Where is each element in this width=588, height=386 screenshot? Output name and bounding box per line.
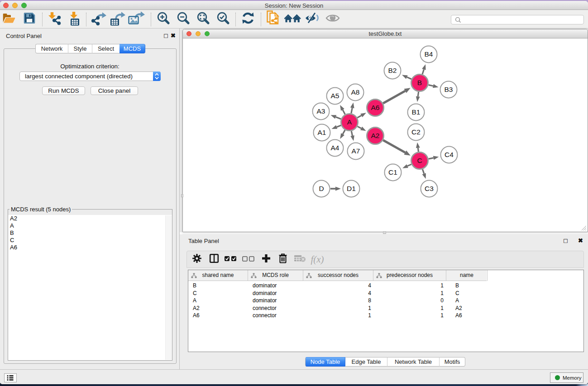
svg-text:A2: A2 [371, 132, 380, 139]
svg-text:D: D [319, 185, 324, 192]
svg-text:A4: A4 [331, 144, 339, 152]
svg-text:A1: A1 [318, 129, 326, 136]
svg-text:A5: A5 [331, 92, 339, 100]
svg-text:A8: A8 [351, 88, 360, 96]
svg-text:C2: C2 [411, 128, 421, 136]
svg-text:B2: B2 [388, 67, 397, 74]
svg-text:B: B [417, 79, 422, 86]
svg-text:C1: C1 [388, 168, 397, 176]
svg-text:B3: B3 [445, 86, 453, 93]
svg-text:C: C [417, 157, 422, 164]
svg-text:A: A [347, 118, 352, 126]
svg-text:A6: A6 [371, 104, 380, 111]
svg-text:A7: A7 [352, 147, 360, 155]
svg-text:B1: B1 [412, 108, 421, 116]
svg-text:A3: A3 [317, 107, 325, 115]
svg-text:C4: C4 [445, 151, 454, 158]
svg-text:B4: B4 [425, 50, 433, 58]
svg-text:D1: D1 [347, 185, 356, 192]
svg-text:C3: C3 [425, 185, 434, 192]
